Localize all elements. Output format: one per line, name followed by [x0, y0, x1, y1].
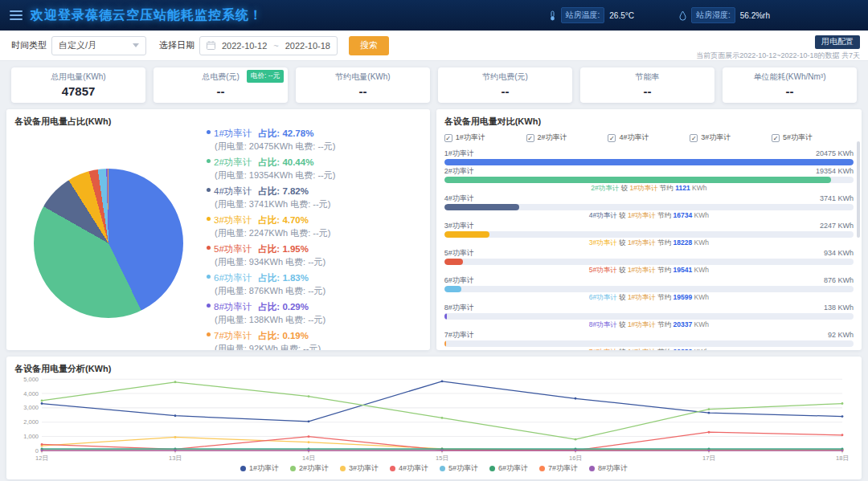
usage-cost-line: (用电量: 3741KWh 电费: --元): [207, 198, 422, 210]
bar-row-head: 1#功率计20475 KWh: [444, 149, 854, 158]
line-legend-item[interactable]: 4#功率计: [390, 463, 428, 474]
stat-value: --: [726, 84, 854, 98]
ratio-value: 占比: 1.83%: [258, 272, 309, 284]
bar-row: 1#功率计20475 KWh: [444, 149, 854, 165]
legend-dot-icon: [207, 159, 211, 163]
usage-cost-line: (用电量: 876KWh 电费: --元): [207, 285, 422, 297]
bar-device-name: 8#功率计: [444, 304, 474, 312]
device-checkbox[interactable]: ✓4#功率计: [608, 132, 690, 143]
device-name: 8#功率计: [214, 301, 252, 313]
bar-track: [444, 231, 854, 238]
bar-panel-scrollbar[interactable]: [857, 141, 860, 238]
pie-legend-item: 4#功率计 占比: 7.82%(用电量: 3741KWh 电费: --元): [207, 185, 422, 210]
line-legend-item[interactable]: 1#功率计: [240, 463, 279, 474]
device-name: 4#功率计: [214, 185, 252, 198]
stat-value: --: [157, 84, 285, 98]
date-range-note: 当前页面展示2022-10-12~2022-10-18的数据 共7天: [696, 51, 860, 61]
stat-label: 节约电量(KWh): [299, 71, 427, 83]
bar-fill: [444, 204, 519, 210]
menu-hamburger-icon[interactable]: [10, 10, 23, 20]
bar-device-name: 2#功率计: [444, 167, 474, 176]
line-legend-item[interactable]: 6#功率计: [489, 463, 528, 474]
humidity-value: 56.2%rh: [740, 11, 770, 20]
device-name: 3#功率计: [214, 214, 252, 226]
svg-text:12日: 12日: [35, 455, 48, 462]
bar-row: 8#功率计138 KWh8#功率计 较 1#功率计 节约 20337 KWh: [444, 304, 854, 329]
app-header: 欢迎登录葆德云空压站能耗监控系统！ 站房温度: 26.5°C 站房湿度: 56.…: [0, 0, 868, 31]
bar-row: 6#功率计876 KWh6#功率计 较 1#功率计 节约 19599 KWh: [444, 276, 854, 302]
device-checkbox[interactable]: ✓3#功率计: [690, 132, 772, 143]
bar-row: 2#功率计19354 KWh2#功率计 较 1#功率计 节约 1121 KWh: [444, 167, 854, 193]
ratio-value: 占比: 40.44%: [258, 157, 313, 169]
power-config-button[interactable]: 用电配置: [815, 35, 860, 49]
device-checkbox[interactable]: ✓5#功率计: [772, 132, 854, 143]
line-panel: 各设备用电量分析(KWh) 01,0002,0003,0004,0005,000…: [6, 357, 862, 479]
bar-track: [444, 286, 854, 292]
saved-value: 20383: [674, 348, 693, 350]
stat-card-total-cost: 电价: --元 总电费(元) --: [154, 67, 288, 103]
search-button[interactable]: 搜索: [349, 36, 389, 55]
time-type-select[interactable]: 自定义/月: [51, 36, 146, 55]
device-checkbox[interactable]: ✓2#功率计: [526, 132, 608, 143]
pie-legend-item: 2#功率计 占比: 40.44%(用电量: 19354KWh 电费: --元): [207, 157, 422, 181]
date-end: 2022-10-18: [285, 41, 330, 51]
bar-saving-note: 4#功率计 较 1#功率计 节约 16734 KWh: [444, 211, 854, 220]
bar-device-name: 5#功率计: [444, 249, 474, 258]
device-name: 6#功率计: [214, 272, 252, 284]
checkbox-checked-icon: ✓: [526, 134, 534, 142]
line-legend-item[interactable]: 8#功率计: [589, 463, 628, 474]
line-legend: 1#功率计2#功率计3#功率计4#功率计5#功率计6#功率计7#功率计8#功率计: [14, 463, 854, 475]
checkbox-label: 2#功率计: [538, 132, 567, 143]
pie-legend: 1#功率计 占比: 42.78%(用电量: 20475KWh 电费: --元)2…: [202, 128, 422, 350]
bar-fill: [444, 231, 489, 238]
pie-legend-item: 1#功率计 占比: 42.78%(用电量: 20475KWh 电费: --元): [207, 128, 422, 153]
bar-track: [444, 313, 854, 320]
device-name: 2#功率计: [214, 157, 252, 169]
stat-card-saved-cost: 节约电费(元) --: [438, 67, 572, 103]
saved-value: 16734: [674, 211, 693, 219]
ratio-value: 占比: 7.82%: [258, 185, 309, 198]
bar-saving-note: 6#功率计 较 1#功率计 节约 19599 KWh: [444, 293, 854, 302]
bar-track: [444, 177, 854, 183]
line-legend-item[interactable]: 5#功率计: [440, 463, 478, 474]
line-legend-item[interactable]: 2#功率计: [290, 463, 329, 474]
date-range-picker[interactable]: 2022-10-12 ~ 2022-10-18: [199, 36, 338, 55]
time-type-label: 时间类型: [11, 39, 47, 51]
svg-text:5,000: 5,000: [23, 376, 39, 383]
bar-value: 2247 KWh: [820, 222, 854, 230]
bar-panel-title: 各设备用电量对比(KWh): [444, 116, 854, 128]
pie-legend-line1: 2#功率计 占比: 40.44%: [207, 157, 422, 169]
svg-text:4,000: 4,000: [23, 390, 39, 397]
stat-card-total-kwh: 总用电量(KWh) 47857: [11, 67, 145, 103]
chevron-down-icon: [133, 43, 139, 47]
legend-dot-icon: [207, 304, 211, 308]
stat-label: 节能率: [583, 71, 711, 83]
line-legend-item[interactable]: 7#功率计: [539, 463, 578, 474]
device-checkbox[interactable]: ✓1#功率计: [444, 132, 526, 143]
ratio-value: 占比: 1.95%: [258, 243, 309, 255]
pie-legend-line1: 8#功率计 占比: 0.29%: [207, 301, 422, 313]
svg-text:15日: 15日: [436, 455, 448, 462]
pie-legend-line1: 6#功率计 占比: 1.83%: [207, 272, 422, 284]
pie-legend-line1: 4#功率计 占比: 7.82%: [207, 185, 422, 198]
bar-track: [444, 204, 854, 210]
bar-device-name: 4#功率计: [444, 194, 474, 203]
svg-text:0: 0: [35, 447, 39, 455]
usage-cost-line: (用电量: 138KWh 电费: --元): [207, 314, 422, 326]
station-temperature: 站房温度: 26.5°C: [549, 7, 634, 23]
line-legend-item[interactable]: 3#功率计: [340, 463, 379, 474]
svg-text:14日: 14日: [302, 455, 315, 462]
bar-value: 20475 KWh: [816, 149, 854, 158]
bar-row-head: 8#功率计138 KWh: [444, 304, 854, 312]
pie-legend-item: 3#功率计 占比: 4.70%(用电量: 2247KWh 电费: --元): [207, 214, 422, 239]
humidity-icon: [679, 10, 686, 21]
stat-card-saving-rate: 节能率 --: [580, 67, 714, 103]
bar-device-name: 6#功率计: [444, 276, 474, 285]
stat-cards-row: 总用电量(KWh) 47857 电价: --元 总电费(元) -- 节约电量(K…: [0, 61, 868, 109]
calendar-icon: [207, 41, 215, 50]
legend-label: 8#功率计: [598, 463, 628, 474]
ratio-value: 占比: 42.78%: [258, 128, 313, 140]
stat-value: --: [441, 84, 569, 98]
bar-rows: 1#功率计20475 KWh2#功率计19354 KWh2#功率计 较 1#功率…: [444, 149, 854, 350]
pie-legend-item: 7#功率计 占比: 0.19%(用电量: 92KWh 电费: --元): [207, 330, 422, 350]
